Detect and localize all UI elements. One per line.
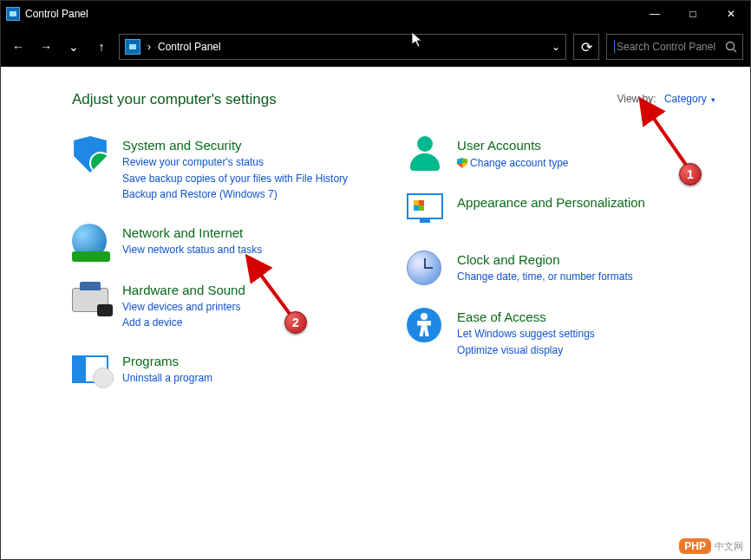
- refresh-button[interactable]: ⟳: [573, 34, 599, 60]
- programs-icon: [72, 352, 108, 388]
- svg-point-2: [727, 42, 735, 50]
- link-user-accounts[interactable]: User Accounts: [457, 136, 568, 154]
- content-area: Adjust your computer's settings View by:…: [1, 67, 750, 559]
- chevron-down-icon: ▾: [711, 95, 715, 104]
- category-clock-region: Clock and Region Change date, time, or n…: [407, 251, 645, 287]
- category-column-left: System and Security Review your computer…: [72, 136, 348, 409]
- link-hardware-sound[interactable]: Hardware and Sound: [122, 281, 245, 299]
- svg-rect-1: [129, 44, 136, 49]
- printer-icon: [72, 281, 108, 317]
- address-icon: [125, 39, 140, 55]
- view-by-dropdown[interactable]: Category ▾: [664, 93, 715, 105]
- link-date-time-formats[interactable]: Change date, time, or number formats: [457, 269, 633, 285]
- search-box[interactable]: Search Control Panel: [606, 34, 743, 60]
- view-by-label: View by:: [617, 93, 656, 105]
- category-column-right: User Accounts Change account type Appear…: [407, 136, 645, 409]
- svg-rect-0: [10, 11, 16, 16]
- svg-line-3: [734, 49, 737, 53]
- link-network-internet[interactable]: Network and Internet: [122, 224, 262, 242]
- minimize-button[interactable]: —: [636, 1, 674, 27]
- user-icon: [407, 136, 443, 173]
- link-devices-printers[interactable]: View devices and printers: [122, 299, 245, 316]
- recent-dropdown[interactable]: ⌄: [63, 36, 84, 57]
- accessibility-icon: [407, 308, 443, 344]
- title-bar-left: Control Panel: [1, 7, 88, 21]
- link-uninstall-program[interactable]: Uninstall a program: [122, 370, 212, 387]
- link-system-security[interactable]: System and Security: [122, 136, 348, 154]
- link-optimize-visual[interactable]: Optimize visual display: [457, 342, 595, 359]
- search-placeholder: Search Control Panel: [617, 41, 715, 53]
- link-programs[interactable]: Programs: [122, 352, 212, 370]
- title-bar: Control Panel — □ ✕: [1, 1, 750, 27]
- annotation-badge-1: 1: [679, 163, 702, 186]
- search-caret: [614, 40, 615, 54]
- view-by: View by: Category ▾: [617, 93, 715, 105]
- back-button[interactable]: ←: [8, 36, 29, 57]
- maximize-button[interactable]: □: [674, 1, 712, 27]
- annotation-badge-2: 2: [284, 311, 307, 334]
- link-backup-restore[interactable]: Backup and Restore (Windows 7): [122, 186, 348, 203]
- link-ease-of-access[interactable]: Ease of Access: [457, 308, 595, 326]
- breadcrumb-control-panel[interactable]: Control Panel: [158, 41, 221, 53]
- link-appearance-personalization[interactable]: Appearance and Personalization: [457, 193, 645, 212]
- category-programs: Programs Uninstall a program: [72, 352, 348, 388]
- link-network-status[interactable]: View network status and tasks: [122, 242, 262, 258]
- globe-icon: [72, 224, 108, 260]
- address-expand[interactable]: ⌄: [552, 41, 560, 53]
- link-suggest-settings[interactable]: Let Windows suggest settings: [457, 326, 595, 342]
- search-icon[interactable]: [725, 41, 737, 55]
- window-title: Control Panel: [25, 8, 88, 20]
- address-bar[interactable]: › Control Panel ⌄: [119, 34, 566, 60]
- category-network-internet: Network and Internet View network status…: [72, 224, 348, 260]
- clock-icon: [407, 251, 443, 287]
- watermark-logo: PHP: [679, 538, 711, 554]
- link-file-history[interactable]: Save backup copies of your files with Fi…: [122, 171, 348, 187]
- nav-bar: ← → ⌄ ↑ › Control Panel ⌄ ⟳ Search Contr…: [1, 27, 750, 67]
- uac-shield-icon: [457, 158, 467, 168]
- app-icon: [6, 7, 20, 21]
- up-button[interactable]: ↑: [91, 36, 112, 57]
- category-ease-of-access: Ease of Access Let Windows suggest setti…: [407, 308, 645, 358]
- forward-button[interactable]: →: [36, 36, 56, 57]
- link-add-device[interactable]: Add a device: [122, 315, 245, 331]
- breadcrumb-sep: ›: [147, 41, 151, 53]
- category-user-accounts: User Accounts Change account type: [407, 136, 645, 173]
- close-button[interactable]: ✕: [712, 1, 750, 27]
- screen-icon: [407, 193, 443, 230]
- link-review-status[interactable]: Review your computer's status: [122, 154, 348, 171]
- watermark-text: 中文网: [715, 540, 743, 553]
- link-clock-region[interactable]: Clock and Region: [457, 251, 633, 269]
- shield-icon: [72, 136, 108, 173]
- window-controls: — □ ✕: [636, 1, 750, 27]
- category-system-security: System and Security Review your computer…: [72, 136, 348, 203]
- link-change-account-type[interactable]: Change account type: [457, 157, 568, 169]
- category-appearance: Appearance and Personalization: [407, 193, 645, 230]
- watermark: PHP 中文网: [679, 538, 743, 554]
